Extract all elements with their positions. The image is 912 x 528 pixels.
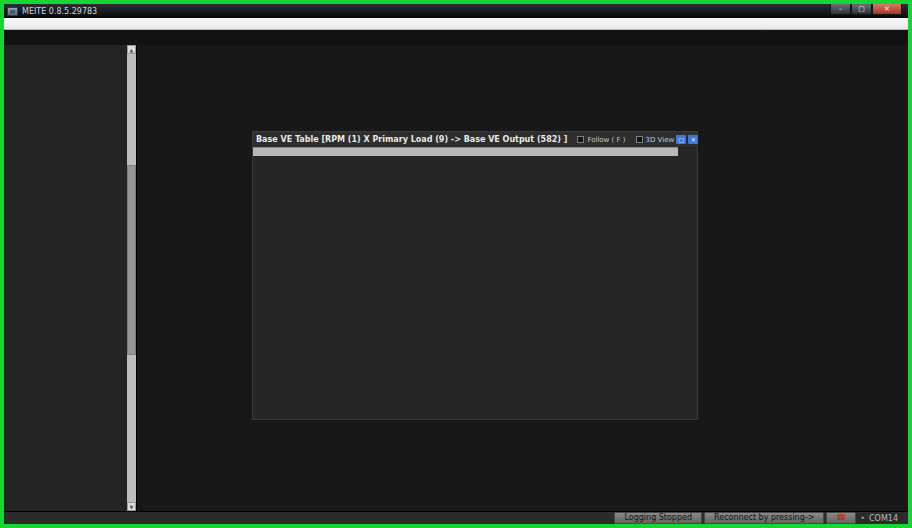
app-window: M MEITE 0.8.5.29783 – ▢ ✕ ▲ ▼ Base VE Ta… [0, 0, 912, 528]
status-dot-icon: • [860, 514, 865, 523]
tab-bar [4, 30, 908, 45]
table-close-icon[interactable]: ✕ [688, 135, 698, 144]
status-bar: Logging Stopped Reconnect by pressing-> … [4, 511, 908, 524]
scrollbar-thumb[interactable] [127, 165, 136, 355]
table-restore-icon[interactable]: ▢ [676, 135, 686, 144]
3d-view-label: 3D View [646, 136, 675, 144]
sidebar-tree [4, 45, 127, 511]
ve-table-scroll-strip[interactable] [253, 147, 678, 156]
follow-checkbox[interactable] [577, 136, 584, 143]
follow-label: Follow ( F ) [587, 136, 625, 144]
scroll-up-icon[interactable]: ▲ [127, 45, 136, 54]
sidebar-scrollbar[interactable]: ▲ ▼ [127, 45, 136, 511]
app-icon: M [7, 7, 18, 16]
reconnect-button[interactable]: Reconnect by pressing-> [704, 512, 824, 524]
com-port-label[interactable]: COM14 [869, 514, 898, 523]
ve-table-title: Base VE Table [RPM (1) X Primary Load (9… [256, 135, 567, 144]
window-controls: – ▢ ✕ [830, 4, 902, 15]
content-area: ▲ ▼ Base VE Table [RPM (1) X Primary Loa… [4, 45, 908, 511]
connection-icon-segment[interactable]: ☎ [826, 512, 856, 524]
3d-view-checkbox[interactable] [636, 136, 643, 143]
reconnect-phone-icon: ☎ [836, 513, 846, 522]
title-bar: M MEITE 0.8.5.29783 – ▢ ✕ [4, 4, 908, 18]
sidebar: ▲ ▼ [4, 45, 137, 511]
menu-bar [4, 18, 908, 30]
close-icon[interactable]: ✕ [872, 4, 902, 15]
window-title: MEITE 0.8.5.29783 [22, 7, 97, 16]
scroll-down-icon[interactable]: ▼ [127, 502, 136, 511]
ve-table-titlebar[interactable]: Base VE Table [RPM (1) X Primary Load (9… [253, 132, 697, 147]
logging-status-button[interactable]: Logging Stopped [614, 512, 702, 524]
minimize-icon[interactable]: – [830, 4, 851, 15]
ve-table-window: Base VE Table [RPM (1) X Primary Load (9… [252, 131, 698, 420]
maximize-icon[interactable]: ▢ [851, 4, 872, 15]
